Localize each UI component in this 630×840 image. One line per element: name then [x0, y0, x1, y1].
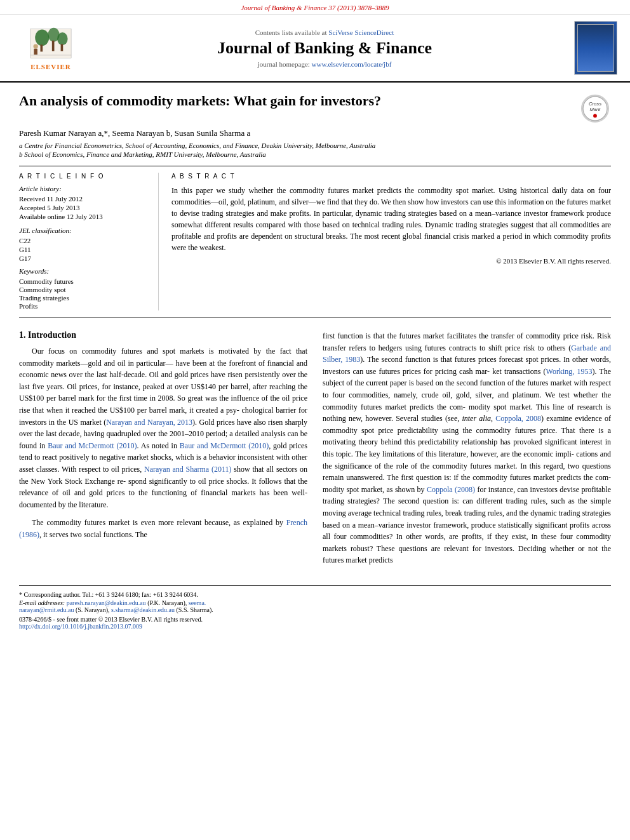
svg-point-7 — [34, 44, 38, 48]
footnotes-section: * Corresponding author. Tel.: +61 3 9244… — [19, 585, 611, 630]
article-info-column: A R T I C L E I N F O Article history: R… — [19, 173, 159, 310]
section1-para2: The commodity futures market is even mor… — [19, 517, 307, 540]
abstract-column: A B S T R A C T In this paper we study w… — [171, 173, 611, 310]
sciverse-line: Contents lists available at SciVerse Sci… — [89, 29, 560, 36]
journal-title: Journal of Banking & Finance — [89, 39, 560, 58]
journal-header: ELSEVIER Contents lists available at Sci… — [0, 15, 630, 83]
sciverse-link[interactable]: SciVerse ScienceDirect — [328, 29, 394, 36]
elsevier-logo-area: ELSEVIER — [13, 26, 89, 70]
elsevier-tree-icon — [25, 26, 76, 61]
keyword-2: Commodity spot — [19, 286, 149, 293]
baur-mcdermott-2010-link1[interactable]: Baur and McDermott (2010) — [48, 441, 137, 450]
article-title: An analysis of commodity markets: What g… — [19, 93, 579, 109]
section1-right-para1: first function is that the futures marke… — [323, 330, 611, 566]
received-date: Received 11 July 2012 — [19, 195, 149, 203]
crossmark-area: Cross Mark — [579, 93, 611, 124]
svg-rect-6 — [61, 44, 64, 51]
journal-cover-image — [574, 21, 617, 75]
article-info-heading: A R T I C L E I N F O — [19, 173, 149, 180]
narayan-sharma-2011-link[interactable]: Narayan and Sharma (2011) — [144, 465, 232, 474]
crossmark-icon: Cross Mark — [581, 95, 609, 123]
issn-line: 0378-4266/$ - see front matter © 2013 El… — [19, 616, 203, 623]
history-label: Article history: — [19, 185, 149, 192]
journal-homepage: journal homepage: www.elsevier.com/locat… — [89, 60, 560, 68]
accepted-date: Accepted 5 July 2013 — [19, 204, 149, 211]
body-section: 1. Introduction Our focus on commodity f… — [19, 330, 611, 573]
footnote-corresponding: * Corresponding author. Tel.: +61 3 9244… — [19, 591, 611, 598]
coppola-2008-link2[interactable]: Coppola (2008) — [427, 485, 475, 494]
affiliation-b: b School of Economics, Finance and Marke… — [19, 150, 611, 158]
main-content: An analysis of commodity markets: What g… — [0, 83, 630, 644]
journal-cover-area — [560, 21, 617, 75]
footnote-emails: E-mail addresses: paresh.narayan@deakin.… — [19, 599, 611, 613]
article-title-section: An analysis of commodity markets: What g… — [19, 93, 611, 124]
available-date: Available online 12 July 2013 — [19, 213, 149, 220]
svg-point-13 — [593, 114, 597, 118]
body-right-column: first function is that the futures marke… — [323, 330, 611, 573]
svg-text:Mark: Mark — [590, 107, 601, 112]
keyword-1: Commodity futures — [19, 277, 149, 285]
svg-rect-4 — [41, 44, 43, 51]
cover-image-inner — [577, 24, 614, 72]
section1-para1: Our focus on commodity futures and spot … — [19, 345, 307, 510]
email-pk-narayan[interactable]: paresh.narayan@deakin.edu.au — [67, 599, 146, 606]
garbade-silber-link[interactable]: Garbade and Silber, 1983 — [323, 343, 611, 364]
keyword-3: Trading strategies — [19, 294, 149, 302]
svg-rect-5 — [52, 40, 55, 51]
elsevier-logo: ELSEVIER — [13, 26, 89, 70]
svg-point-3 — [57, 32, 68, 45]
journal-homepage-link[interactable]: www.elsevier.com/locate/jbf — [312, 60, 392, 68]
section1-title: 1. Introduction — [19, 330, 307, 340]
elsevier-label: ELSEVIER — [30, 63, 71, 70]
working-1953-link[interactable]: Working, 1953 — [546, 367, 593, 376]
email-s-narayan[interactable]: seema. — [189, 599, 206, 606]
coppola-2008-link1[interactable]: Coppola, 2008 — [495, 414, 541, 423]
svg-point-1 — [35, 29, 49, 46]
abstract-copyright: © 2013 Elsevier B.V. All rights reserved… — [171, 257, 611, 265]
email-ss-sharma[interactable]: s.sharma@deakin.edu.au — [111, 606, 175, 613]
jel-code-g11: G11 — [19, 246, 149, 253]
narayan-2013-link[interactable]: Narayan and Narayan, 2013 — [106, 418, 192, 427]
abstract-heading: A B S T R A C T — [171, 173, 611, 180]
jel-label: JEL classification: — [19, 227, 149, 234]
french-1986-link[interactable]: French (1986) — [19, 518, 307, 539]
doi-line: http://dx.doi.org/10.1016/j.jbankfin.201… — [19, 623, 611, 630]
affiliation-a: a Centre for Financial Econometrics, Sch… — [19, 142, 611, 149]
jel-code-g17: G17 — [19, 255, 149, 262]
svg-rect-8 — [34, 48, 37, 54]
abstract-text: In this paper we study whether the commo… — [171, 185, 611, 253]
article-info-abstract-section: A R T I C L E I N F O Article history: R… — [19, 166, 611, 317]
keyword-4: Profits — [19, 302, 149, 310]
journal-header-center: Contents lists available at SciVerse Sci… — [89, 29, 560, 68]
journal-citation-text: Journal of Banking & Finance 37 (2013) 3… — [241, 4, 389, 11]
journal-citation-bar: Journal of Banking & Finance 37 (2013) 3… — [0, 0, 630, 15]
doi-link[interactable]: http://dx.doi.org/10.1016/j.jbankfin.201… — [19, 623, 142, 630]
footer-bottom: 0378-4266/$ - see front matter © 2013 El… — [19, 616, 611, 623]
jel-code-c22: C22 — [19, 237, 149, 244]
email-s-narayan2[interactable]: narayan@rmit.edu.au — [19, 606, 74, 613]
baur-mcdermott-2010-link2[interactable]: Baur and McDermott (2010) — [180, 441, 269, 450]
authors-line: Paresh Kumar Narayan a,*, Seema Narayan … — [19, 128, 611, 138]
body-left-column: 1. Introduction Our focus on commodity f… — [19, 330, 307, 573]
keywords-label: Keywords: — [19, 267, 149, 275]
